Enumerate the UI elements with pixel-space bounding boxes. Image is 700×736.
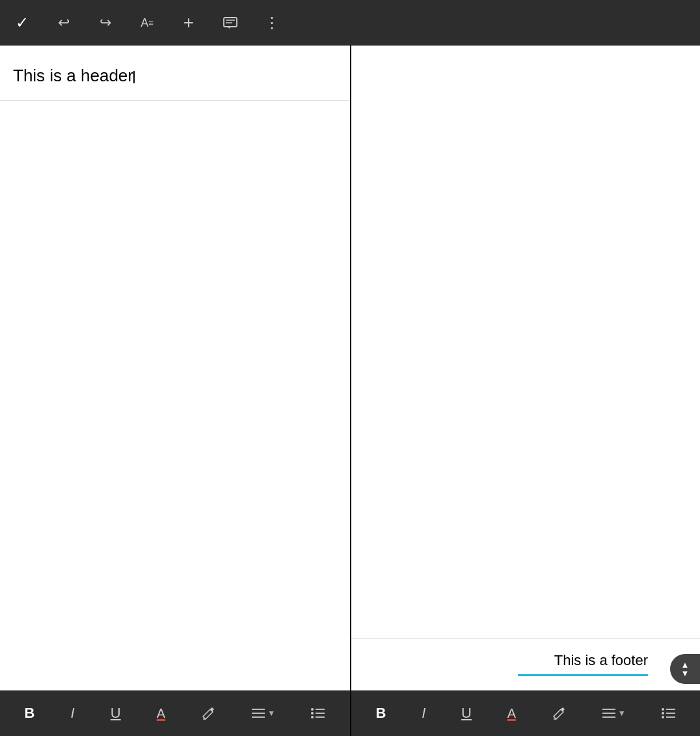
scroll-arrows-icon: ▲ ▼ (681, 661, 690, 677)
comment-icon[interactable] (219, 11, 242, 34)
underline-button-right[interactable]: U (461, 705, 472, 722)
top-toolbar: ✓ ↩ ↪ A≡ + ⋮ (0, 0, 351, 46)
right-body-section[interactable] (351, 46, 700, 638)
align-dropdown-arrow-right: ▼ (618, 709, 626, 718)
svg-point-20 (662, 708, 664, 711)
footer-underline (518, 674, 648, 676)
scroll-button[interactable]: ▲ ▼ (670, 654, 700, 684)
pen-icon-right[interactable] (552, 706, 566, 720)
undo-icon[interactable]: ↩ (52, 11, 75, 34)
text-cursor (133, 71, 135, 83)
footer-text[interactable]: This is a footer (364, 652, 687, 669)
svg-point-12 (311, 716, 314, 718)
bottom-toolbar-right: B I U A ▼ (351, 690, 700, 736)
add-icon[interactable]: + (177, 11, 200, 34)
underline-button[interactable]: U (111, 705, 121, 722)
right-panel: This is a footer ▲ ▼ (351, 46, 700, 690)
bottom-toolbars: B I U A ▼ (0, 690, 700, 736)
font-style-icon[interactable]: A≡ (135, 11, 159, 34)
more-options-icon[interactable]: ⋮ (260, 11, 284, 34)
italic-button[interactable]: I (71, 705, 75, 722)
svg-point-11 (311, 712, 314, 715)
left-panel: This is a header (0, 46, 351, 690)
bottom-toolbar-left: B I U A ▼ (0, 690, 351, 736)
pen-icon[interactable] (201, 706, 215, 720)
body-section[interactable] (0, 101, 350, 690)
list-button[interactable] (311, 707, 325, 719)
svg-point-10 (311, 708, 314, 711)
font-color-button[interactable]: A (157, 706, 165, 721)
redo-icon[interactable]: ↪ (94, 11, 117, 34)
header-section: This is a header (0, 46, 350, 101)
list-button-right[interactable] (662, 707, 676, 719)
align-button-right[interactable]: ▼ (602, 707, 626, 719)
check-icon[interactable]: ✓ (10, 11, 34, 34)
bold-button[interactable]: B (25, 705, 35, 722)
align-button[interactable]: ▼ (251, 707, 275, 719)
align-dropdown-arrow: ▼ (267, 709, 275, 718)
bold-button-right[interactable]: B (375, 705, 386, 722)
svg-point-21 (662, 712, 664, 715)
font-color-button-right[interactable]: A (507, 706, 516, 721)
footer-section: This is a footer ▲ ▼ (351, 638, 700, 690)
header-text[interactable]: This is a header (13, 66, 133, 85)
svg-point-22 (662, 716, 664, 718)
italic-button-right[interactable]: I (422, 705, 425, 722)
svg-rect-0 (224, 18, 237, 27)
